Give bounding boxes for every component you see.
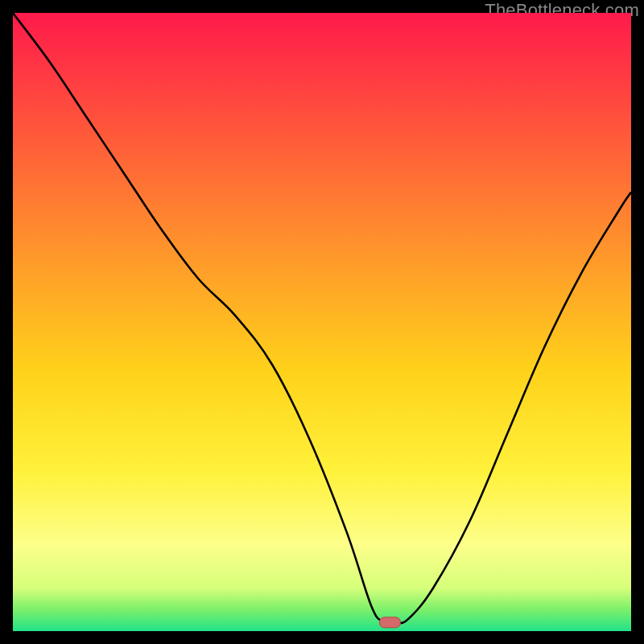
gradient-background — [13, 13, 631, 631]
plot-area — [13, 13, 631, 631]
bottleneck-chart — [13, 13, 631, 631]
chart-stage: TheBottleneck.com — [0, 0, 644, 644]
optimum-marker — [379, 617, 400, 628]
